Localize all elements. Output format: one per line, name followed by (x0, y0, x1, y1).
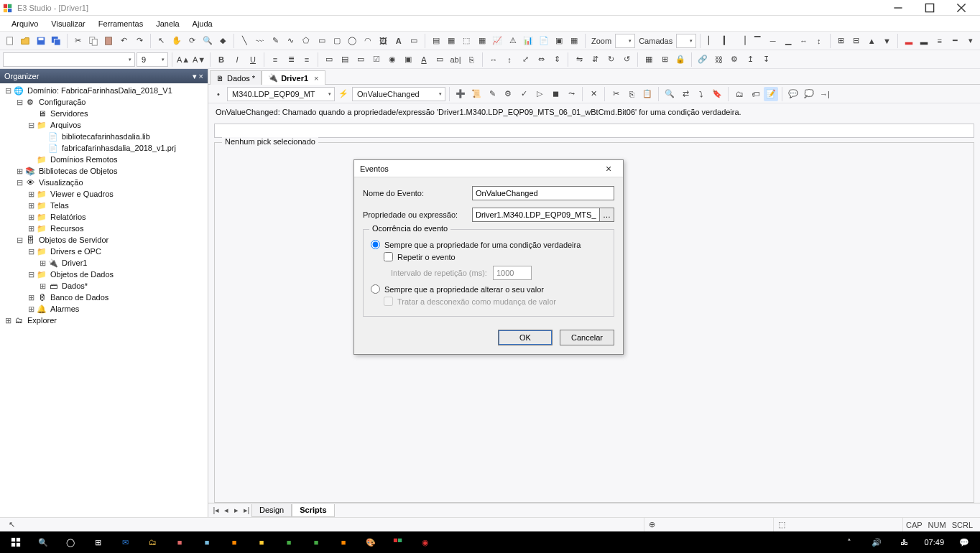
alarm-icon[interactable]: ⚠ (506, 34, 519, 48)
more-icon[interactable]: ▾ (963, 34, 977, 48)
tray-network-icon[interactable]: 🖧 (891, 531, 917, 553)
align-right-icon[interactable]: ≡ (300, 52, 314, 67)
cancel-button[interactable]: Cancelar (560, 330, 614, 345)
tree-node[interactable]: ⊟⚙Configuração (0, 96, 208, 108)
line-width-icon[interactable]: ━ (948, 34, 961, 48)
tree-node[interactable]: ⊟📁Arquivos (0, 119, 208, 131)
tree-twisty-icon[interactable]: ⊟ (3, 86, 13, 96)
taskbar-app7-icon[interactable]: ■ (330, 531, 356, 553)
taskbar-app1-icon[interactable]: ■ (167, 531, 193, 553)
find-icon[interactable]: 🔍 (662, 87, 677, 101)
tree-node[interactable]: 📄bibliotecafarinhasdalia.lib (0, 131, 208, 142)
indent-icon[interactable]: →| (818, 87, 832, 101)
tree-twisty-icon[interactable]: ⊟ (14, 178, 24, 187)
check-icon[interactable]: ☑ (369, 52, 384, 67)
flip-h-icon[interactable]: ⇋ (572, 52, 586, 67)
add-event-icon[interactable]: ➕ (453, 87, 468, 101)
dialog-close-icon[interactable]: × (600, 163, 617, 175)
arc-icon[interactable]: ◠ (361, 34, 374, 48)
tray-up-icon[interactable]: ˄ (836, 531, 862, 553)
tab-nav-next[interactable]: ▸ (231, 506, 241, 515)
tree-node[interactable]: ⊞🔌Driver1 (0, 257, 208, 269)
tree-twisty-icon[interactable]: ⊞ (26, 224, 36, 233)
distribute-h-icon[interactable]: ↔ (797, 34, 810, 48)
tree-twisty-icon[interactable]: ⊞ (26, 201, 36, 210)
tree-twisty-icon[interactable]: ⊞ (14, 167, 24, 176)
tree-node[interactable]: 📁Domínios Remotos (0, 154, 208, 165)
step-icon[interactable]: ⤳ (564, 87, 578, 101)
datetime-icon[interactable]: ▭ (433, 52, 447, 67)
menu-visualizar[interactable]: Visualizar (45, 18, 91, 29)
align-middle-obj-icon[interactable]: ─ (766, 34, 780, 48)
line-style-icon[interactable]: ≡ (933, 34, 946, 48)
tree-node[interactable]: ⊞🗃Dados* (0, 280, 208, 292)
cut-icon[interactable]: ✂ (71, 34, 85, 48)
tray-volume-icon[interactable]: 🔊 (864, 531, 889, 553)
check-repeat[interactable] (384, 252, 393, 261)
add-script-icon[interactable]: 📜 (469, 87, 484, 101)
fill-color-icon[interactable] (902, 34, 915, 48)
trend-icon[interactable]: 📊 (521, 34, 535, 48)
combo-icon[interactable]: ▭ (322, 52, 336, 67)
event-name-input[interactable] (472, 186, 614, 200)
zoom-icon[interactable]: 🔍 (200, 34, 214, 48)
line-icon[interactable]: ╲ (238, 34, 251, 48)
tree-node[interactable]: ⊞🔔Alarmes (0, 303, 208, 315)
object-path-combo[interactable]: M340.LDP_EQP09_MT (227, 87, 335, 101)
tree-node[interactable]: ⊟📁Objetos de Dados (0, 269, 208, 280)
tree-node[interactable]: ⊟📁Drivers e OPC (0, 246, 208, 257)
tab-close-icon[interactable]: × (314, 74, 318, 83)
organizer-tree[interactable]: ⊟🌐Domínio: FabricaFarinhasDalia_2018_V1⊟… (0, 83, 208, 517)
align-center-icon[interactable]: ≣ (284, 52, 298, 67)
snap-grid-icon[interactable]: ▦ (642, 52, 656, 67)
window-maximize-button[interactable] (914, 0, 946, 16)
tree-node[interactable]: ⊞📁Relatórios (0, 211, 208, 223)
order-down-icon[interactable]: ↧ (759, 52, 773, 67)
tab-dados[interactable]: 🗎 Dados * (210, 70, 262, 85)
tree-node[interactable]: ⊞📁Telas (0, 200, 208, 211)
expression-box[interactable] (214, 124, 974, 138)
same-width-icon[interactable]: ↔ (486, 52, 501, 67)
delete-icon[interactable]: ✕ (586, 87, 601, 101)
align-right-obj-icon[interactable]: ▕ (735, 34, 749, 48)
taskbar-app8-icon[interactable]: ◉ (412, 531, 438, 553)
button-icon[interactable]: ▭ (407, 34, 420, 48)
radio-value-change[interactable] (371, 284, 380, 294)
paste-icon[interactable] (102, 34, 116, 48)
rotate-ccw-icon[interactable]: ↺ (619, 52, 634, 67)
dialog-titlebar[interactable]: Eventos × (354, 160, 623, 177)
copy-icon[interactable] (86, 34, 100, 48)
ungroup-icon[interactable]: ⊟ (849, 34, 863, 48)
tab-nav-prev[interactable]: ◂ (221, 506, 231, 515)
align-top-obj-icon[interactable]: ▔ (750, 34, 764, 48)
tree-twisty-icon[interactable]: ⊟ (14, 236, 24, 245)
font-size-combo[interactable]: 9 (137, 52, 168, 67)
font-shrink-icon[interactable]: A▼ (192, 52, 206, 67)
save-all-icon[interactable] (49, 34, 63, 48)
image-icon[interactable]: 🖼 (376, 34, 390, 48)
order-up-icon[interactable]: ↥ (743, 52, 757, 67)
show-grid-icon[interactable]: ⊞ (657, 52, 672, 67)
tree-node[interactable]: ⊞📚Bibliotecas de Objetos (0, 165, 208, 177)
layers-dropdown[interactable] (676, 34, 696, 48)
same-size-icon[interactable]: ⤢ (518, 52, 532, 67)
edit-event-icon[interactable]: ✎ (485, 87, 499, 101)
tree-twisty-icon[interactable]: ⊟ (26, 247, 36, 256)
tree-twisty-icon[interactable]: ⊟ (26, 270, 36, 279)
task-view-icon[interactable]: ⊞ (85, 531, 111, 553)
menu-arquivo[interactable]: Arquivo (6, 18, 44, 29)
ok-button[interactable]: OK (498, 330, 553, 345)
space-v-icon[interactable]: ⇕ (550, 52, 564, 67)
menu-ajuda[interactable]: Ajuda (187, 18, 218, 29)
bold-button[interactable]: B (214, 52, 228, 67)
menu-janela[interactable]: Janela (150, 18, 185, 29)
roundrect-icon[interactable]: ▢ (330, 34, 343, 48)
property-browse-button[interactable]: … (600, 208, 614, 222)
radio-true-condition[interactable] (371, 240, 380, 249)
tree-twisty-icon[interactable]: ⊟ (14, 98, 24, 107)
italic-button[interactable]: I (230, 52, 244, 67)
find-next-icon[interactable]: ⤵ (694, 87, 708, 101)
taskbar-app6-icon[interactable]: ■ (303, 531, 329, 553)
display-icon[interactable]: ▦ (444, 34, 458, 48)
comment-icon[interactable]: 💬 (786, 87, 800, 101)
